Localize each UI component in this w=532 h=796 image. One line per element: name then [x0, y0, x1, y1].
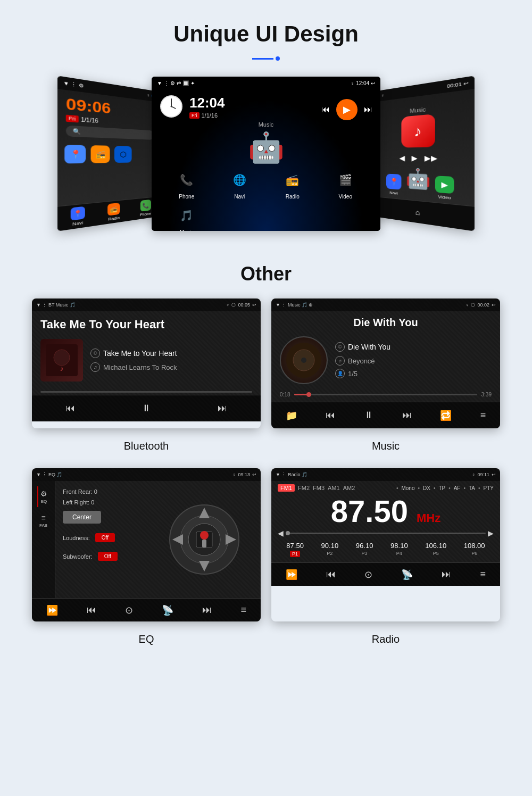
- right-app-video[interactable]: ▶ Video: [435, 176, 454, 201]
- album-art-svg: ♪: [46, 344, 78, 376]
- center-app-radio[interactable]: 📻 Radio: [268, 168, 317, 200]
- radio-ctrl4[interactable]: 📡: [401, 569, 413, 581]
- eq-sidebar-fab[interactable]: ≡ FAB: [37, 510, 49, 531]
- preset-badge-6: P6: [471, 551, 477, 556]
- opt-dx[interactable]: DX: [423, 485, 430, 491]
- opt-ta[interactable]: TA: [469, 485, 475, 491]
- center-button[interactable]: Center: [63, 511, 101, 524]
- center-nav: ▼ ⋮ ⚙ ⇄ 🔲 ✦: [157, 80, 195, 86]
- bt-title: Take Me To Your Heart: [32, 311, 261, 335]
- music-progress-fill: [294, 394, 309, 395]
- eq-ctrl1[interactable]: ⏩: [46, 604, 58, 616]
- preset-3[interactable]: 96.10 P3: [356, 542, 373, 557]
- opt-tp[interactable]: TP: [438, 485, 445, 491]
- radio-label: Radio: [108, 215, 120, 222]
- radio-status-left: ▼ ⋮ Radio 🎵: [276, 472, 307, 477]
- radio-status-right: ♀ 09:11 ↩: [472, 472, 496, 477]
- music-player-card: ▼ ⋮ Music 🎵 ⊕ ♀ ⬡ 00:02 ↩ Die With You: [271, 298, 500, 428]
- tab-fm2[interactable]: FM2: [298, 485, 310, 491]
- svg-point-18: [200, 531, 209, 540]
- subwoofer-toggle[interactable]: Off: [98, 552, 118, 561]
- preset-2[interactable]: 90.10 P2: [321, 542, 339, 557]
- front-rear-label: Front Rear: 0: [63, 488, 103, 495]
- music-back-icon: ⏮: [321, 105, 330, 114]
- tab-fm3[interactable]: FM3: [313, 485, 325, 491]
- radio-ctrl5[interactable]: ⏭: [442, 569, 451, 580]
- music-status-right: ♀ ⬡ 00:02 ↩: [466, 302, 496, 308]
- radio-seek-left[interactable]: ◀: [278, 529, 284, 537]
- bottom-app-navi[interactable]: 📍 Navi: [71, 206, 85, 227]
- opt-mono[interactable]: Mono: [401, 485, 414, 491]
- center-app-video[interactable]: 🎬 Video: [321, 168, 370, 200]
- music-next-btn[interactable]: ⏭: [402, 410, 412, 421]
- left-search[interactable]: 🔍: [66, 125, 154, 139]
- music-progress-bar[interactable]: [294, 394, 477, 395]
- bt-album-art: ♪: [40, 339, 83, 382]
- eq-ctrl2[interactable]: ⏮: [87, 604, 96, 616]
- center-app-music[interactable]: 🎵 Music: [162, 204, 211, 231]
- opt-pty[interactable]: PTY: [484, 485, 494, 491]
- music-track-icon: ©: [335, 342, 345, 352]
- music-track-num: 👤 1/5: [335, 369, 492, 378]
- radio-ctrl6[interactable]: ≡: [480, 569, 486, 580]
- svg-point-9: [301, 358, 306, 363]
- bt-next-btn[interactable]: ⏭: [218, 403, 227, 414]
- radio-options: •Mono •DX •TP •AF •TA •PTY: [396, 485, 494, 491]
- subwoofer-label: Subwoofer:: [63, 553, 93, 560]
- app-icon-radio-small[interactable]: 📻: [91, 145, 110, 163]
- radio-ctrl1[interactable]: ⏩: [286, 569, 297, 581]
- preset-6[interactable]: 108.00 P6: [464, 542, 485, 557]
- center-clock-svg: [160, 95, 183, 118]
- radio-seek-right[interactable]: ▶: [488, 529, 494, 537]
- preset-5[interactable]: 106.10 P5: [425, 542, 446, 557]
- bt-progress-bar[interactable]: [40, 391, 252, 393]
- radio-bar-container[interactable]: [286, 533, 486, 534]
- preset-4[interactable]: 98.10 P4: [390, 542, 408, 557]
- music-content: © Die With You ♬ Beyoncé 👤 1/5: [271, 332, 500, 392]
- center-play-btn[interactable]: ▶: [336, 99, 358, 120]
- bt-status-left: ▼ ⋮ BT Music 🎵: [36, 302, 76, 308]
- right-music-label: Music: [410, 106, 426, 114]
- video-app-icon: 🎬: [334, 168, 357, 192]
- music-folder-btn[interactable]: 📁: [286, 410, 297, 421]
- eq-ctrl5[interactable]: ⏭: [202, 604, 212, 616]
- radio-ctrl2[interactable]: ⏮: [326, 569, 336, 580]
- bottom-app-radio[interactable]: 📻 Radio: [108, 203, 120, 222]
- tab-fm1[interactable]: FM1: [278, 484, 295, 492]
- music-list-btn[interactable]: ≡: [480, 410, 486, 421]
- eq-ctrl4[interactable]: 📡: [162, 604, 173, 616]
- center-apps-grid: 📞 Phone 🌐 Navi 📻 Radio 🎬 Video 🎵: [152, 165, 380, 231]
- center-app-navi[interactable]: 🌐 Navi: [215, 168, 264, 200]
- eq-sidebar-eq[interactable]: ⚙ EQ: [37, 486, 49, 507]
- app-icon-bt-small[interactable]: ⬡: [114, 146, 132, 163]
- center-app-phone[interactable]: 📞 Phone: [162, 168, 211, 200]
- center-date-text: 1/1/16: [202, 112, 218, 119]
- eq-back: ↩: [252, 472, 256, 477]
- bt-prev-btn[interactable]: ⏮: [65, 403, 75, 414]
- eq-ctrl6[interactable]: ≡: [240, 604, 246, 616]
- right-app-navi[interactable]: 📍 Navi: [386, 174, 401, 196]
- fab-label: FAB: [39, 523, 47, 528]
- tab-am2[interactable]: AM2: [343, 485, 355, 491]
- music-label-center: Music: [259, 121, 274, 128]
- navi-label: Navi: [72, 220, 83, 227]
- eq-loc: ♀: [232, 472, 236, 477]
- radio-presets: 87.50 P1 90.10 P2 96.10 P3 98.10 P4 106.…: [271, 542, 500, 562]
- radio-player-screen: ▼ ⋮ Radio 🎵 ♀ 09:11 ↩ FM1 FM2 FM3 AM1 AM…: [271, 468, 500, 586]
- loudness-toggle[interactable]: Off: [95, 533, 115, 542]
- fab-icon: ≡: [41, 513, 45, 522]
- app-icon-navi-small[interactable]: 📍: [64, 145, 86, 164]
- radio-band-tabs: FM1 FM2 FM3 AM1 AM2: [278, 484, 355, 492]
- opt-af[interactable]: AF: [454, 485, 461, 491]
- tab-am1[interactable]: AM1: [328, 485, 340, 491]
- eq-wheel-svg[interactable]: [167, 502, 242, 577]
- bottom-app-phone[interactable]: 📞 Phone: [140, 200, 151, 217]
- music-pause-btn[interactable]: ⏸: [364, 410, 373, 421]
- bt-pause-btn[interactable]: ⏸: [142, 403, 151, 414]
- music-prev-btn[interactable]: ⏮: [326, 410, 335, 421]
- music-repeat-btn[interactable]: 🔁: [440, 410, 452, 421]
- preset-1[interactable]: 87.50 P1: [286, 542, 304, 557]
- radio-ctrl3[interactable]: ⊙: [364, 569, 372, 581]
- music-album-art: [280, 336, 328, 384]
- eq-ctrl3[interactable]: ⊙: [125, 604, 133, 616]
